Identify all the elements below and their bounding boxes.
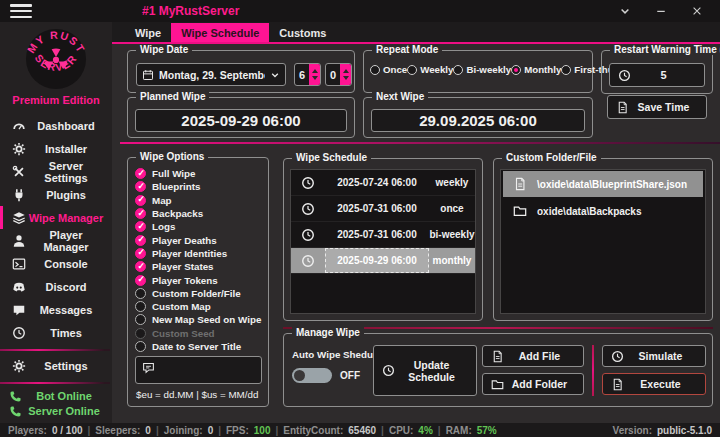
tab-customs[interactable]: Customs: [269, 23, 336, 42]
clock-icon: [301, 228, 315, 242]
simulate-button[interactable]: Simulate: [602, 345, 706, 367]
wipe-hour-stepper[interactable]: 6: [294, 63, 321, 86]
repeat-weekly-radio[interactable]: Weekly: [407, 64, 453, 75]
auto-wipe-label: Auto Wipe Shedule: [292, 349, 381, 360]
sidebar-item-plugins[interactable]: Plugins: [0, 183, 112, 206]
hamburger-menu-icon[interactable]: [10, 4, 32, 18]
clock-icon: [12, 326, 26, 340]
sidebar-item-times[interactable]: Times: [0, 321, 112, 344]
sidebar-item-installer[interactable]: Installer: [0, 137, 112, 160]
checkbox-checked: [135, 261, 146, 272]
myrustserver-logo: MY RUST SERVER: [25, 28, 87, 90]
folder-icon: [491, 378, 504, 391]
option-custom-folder-file[interactable]: Custom Folder/File: [135, 287, 264, 300]
ram-label: RAM:: [446, 425, 472, 436]
phone-icon: [9, 405, 22, 418]
auto-wipe-toggle[interactable]: [292, 368, 332, 383]
phone-icon: [9, 390, 22, 403]
option-player-deaths[interactable]: Player Deaths: [135, 233, 264, 246]
custom-folder-file-group: Custom Folder/File \oxide\data\Blueprint…: [493, 158, 713, 321]
list-item-selected[interactable]: \oxide\data\BlueprintShare.json: [503, 171, 703, 197]
wipe-date-picker[interactable]: Montag, 29. September 2025: [136, 63, 286, 86]
radio-circle: [407, 65, 417, 75]
sidebar-item-player-manager[interactable]: Player Manager: [0, 229, 112, 252]
folder-icon: [513, 204, 527, 218]
checkbox-checked: [135, 235, 146, 246]
option-map[interactable]: Map: [135, 194, 264, 207]
chat-bubble-icon: [142, 361, 155, 374]
clock-icon: [382, 364, 395, 377]
status-bar: Players: 0 / 100 | Sleepers: 0 | Joining…: [0, 423, 720, 437]
add-file-button[interactable]: Add File: [482, 345, 584, 367]
repeat-monthly-radio[interactable]: Monthly: [511, 64, 561, 75]
server-online-status: Server Online: [0, 404, 112, 419]
option-logs[interactable]: Logs: [135, 220, 264, 233]
file-icon: [513, 177, 527, 191]
file-icon: [491, 350, 504, 363]
next-wipe-group: Next Wipe 29.09.2025 06:00: [363, 97, 593, 138]
table-row[interactable]: 2025-07-31 06:00 bi-weekly: [291, 222, 475, 248]
sidebar-item-wipe-manager[interactable]: Wipe Manager: [0, 206, 112, 229]
wipe-minute-stepper[interactable]: 0: [325, 63, 352, 86]
clock-icon: [301, 202, 315, 216]
players-label: Players:: [8, 425, 47, 436]
option-player-identities[interactable]: Player Identities: [135, 247, 264, 260]
entitycount-label: EntityCount:: [283, 425, 343, 436]
chevron-down-icon[interactable]: [614, 3, 636, 19]
sidebar-item-settings[interactable]: Settings: [0, 356, 112, 377]
table-row[interactable]: 2025-07-24 06:00 weekly: [291, 170, 475, 196]
sidebar-item-dashboard[interactable]: Dashboard: [0, 114, 112, 137]
vertical-divider: [592, 345, 594, 396]
option-backpacks[interactable]: Backpacks: [135, 207, 264, 220]
sidebar-item-console[interactable]: Console: [0, 252, 112, 275]
spinner-arrows[interactable]: [340, 64, 351, 85]
tab-wipe-schedule[interactable]: Wipe Schedule: [171, 23, 269, 42]
option-player-states[interactable]: Player States: [135, 260, 264, 273]
checkbox-checked: [135, 208, 146, 219]
option-date-to-server-title[interactable]: Date to Server Title: [135, 340, 264, 353]
person-icon: [12, 234, 26, 248]
update-schedule-button[interactable]: Update Schedule: [373, 345, 477, 396]
server-title-format-input[interactable]: [135, 356, 262, 384]
sleepers-value: 0: [145, 425, 151, 436]
repeat-biweekly-radio[interactable]: Bi-weekly: [453, 64, 511, 75]
tools-icon: [12, 165, 26, 179]
repeat-once-radio[interactable]: Once: [370, 64, 407, 75]
sidebar-item-discord[interactable]: Discord: [0, 275, 112, 298]
sidebar-item-messages[interactable]: Messages: [0, 298, 112, 321]
checkbox-checked: [135, 195, 146, 206]
title-bar: #1 MyRustServer: [0, 0, 720, 22]
close-icon[interactable]: [686, 3, 708, 19]
save-time-button[interactable]: Save Time: [607, 95, 707, 119]
radio-circle: [561, 65, 571, 75]
list-item[interactable]: oxide\data\Backpacks: [503, 198, 703, 224]
option-player-tokens[interactable]: Player Tokens: [135, 273, 264, 286]
add-folder-button[interactable]: Add Folder: [482, 373, 584, 395]
checkbox-checked: [135, 275, 146, 286]
calendar-icon: [142, 69, 154, 81]
option-blueprints[interactable]: Blueprints: [135, 180, 264, 193]
table-row-selected[interactable]: 2025-09-29 06:00 monthly: [291, 248, 475, 274]
joining-value: 0: [208, 425, 214, 436]
sidebar-item-server-settings[interactable]: Server Settings: [0, 160, 112, 183]
restart-warning-minutes-field[interactable]: 5: [609, 63, 705, 87]
spin-up-icon: [312, 69, 318, 73]
fps-label: FPS:: [226, 425, 249, 436]
minimize-icon[interactable]: [650, 3, 672, 19]
spinner-arrows[interactable]: [309, 64, 320, 85]
table-row[interactable]: 2025-07-31 06:00 once: [291, 196, 475, 222]
tab-wipe[interactable]: Wipe: [125, 23, 171, 42]
option-full-wipe[interactable]: Full Wipe: [135, 167, 264, 180]
checkbox-checked: [135, 168, 146, 179]
wipe-schedule-group: Wipe Schedule 2025-07-24 06:00 weekly 20…: [283, 158, 483, 321]
manage-wipe-group: Manage Wipe Auto Wipe Shedule OFF Update…: [283, 333, 713, 407]
app-window: #1 MyRustServer MY RUST SERVER: [0, 0, 720, 437]
fps-value: 100: [254, 425, 271, 436]
ram-value: 57%: [477, 425, 497, 436]
clock-icon: [301, 254, 315, 268]
execute-button[interactable]: Execute: [602, 373, 706, 395]
sidebar: MY RUST SERVER Premium Edition Dashboard: [0, 22, 112, 423]
wipe-layers-icon: [12, 211, 26, 225]
option-custom-map[interactable]: Custom Map: [135, 300, 264, 313]
option-new-map-seed[interactable]: New Map Seed on Wipe: [135, 313, 264, 326]
